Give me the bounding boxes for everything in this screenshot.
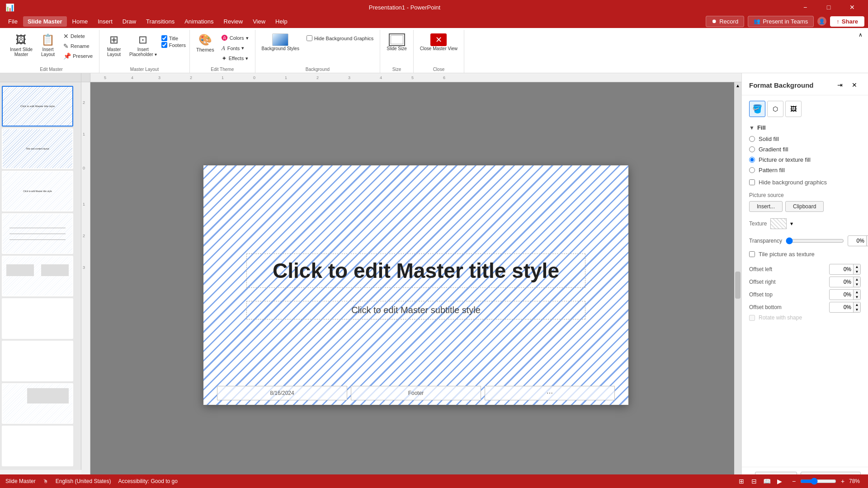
texture-row: Texture ▾ [749, 218, 861, 229]
transparency-slider[interactable] [786, 237, 844, 244]
title-placeholder[interactable]: Click to edit Master title style [246, 253, 585, 288]
slide-thumb-1[interactable]: Click to edit Master title style [2, 86, 73, 127]
gradient-fill-radio[interactable] [749, 146, 755, 152]
slide-thumb-8[interactable] [2, 383, 73, 424]
offset-left-spin-down[interactable]: ▼ [853, 269, 860, 274]
slide-thumb-2[interactable]: Title and content layout [2, 128, 73, 169]
offset-left-input[interactable]: 0% ▲ ▼ [829, 264, 861, 275]
insert-button[interactable]: Insert... [749, 201, 783, 212]
effects-fill-icon-btn[interactable]: 🖼 [785, 101, 802, 117]
scroll-thumb[interactable] [735, 272, 741, 299]
solid-fill-radio[interactable] [749, 136, 755, 142]
zoom-in-button[interactable]: + [838, 477, 847, 486]
transparency-spin-up[interactable]: ▲ [866, 236, 868, 241]
master-layout-button[interactable]: ⊞ MasterLayout [103, 32, 125, 59]
offset-right-spin-down[interactable]: ▼ [853, 282, 860, 287]
close-button[interactable]: ✕ [842, 0, 863, 14]
themes-button[interactable]: 🎨 Themes [193, 32, 217, 54]
background-styles-button[interactable]: Background Styles [259, 32, 302, 53]
picture-texture-fill-radio[interactable] [749, 157, 755, 163]
insert-placeholder-button[interactable]: ⊡ InsertPlaceholder ▾ [127, 32, 160, 59]
solid-fill-radio-item[interactable]: Solid fill [749, 136, 861, 142]
hide-bg-graphics-row[interactable]: Hide background graphics [749, 179, 861, 186]
delete-button[interactable]: ✕ Delete [61, 32, 95, 41]
offset-bottom-input[interactable]: 0% ▲ ▼ [829, 302, 861, 313]
zoom-slider[interactable] [800, 478, 836, 485]
slide-canvas[interactable]: Click to edit Master title style Click t… [203, 165, 628, 405]
menu-transitions[interactable]: Transitions [142, 16, 179, 27]
hide-bg-graphics-checkbox[interactable] [307, 35, 312, 41]
pattern-fill-radio[interactable] [749, 167, 755, 173]
present-in-teams-button[interactable]: 👥 Present in Teams [748, 16, 814, 27]
offset-right-input[interactable]: 0% ▲ ▼ [829, 277, 861, 287]
panel-restore-button[interactable]: ⇥ [834, 79, 846, 91]
normal-view-button[interactable]: ⊞ [736, 476, 747, 487]
title-checkbox-row[interactable]: Title [161, 35, 186, 41]
title-checkbox[interactable] [161, 35, 167, 41]
clipboard-button[interactable]: Clipboard [785, 201, 824, 212]
solid-fill-icon-btn[interactable]: 🪣 [749, 101, 765, 117]
texture-dropdown-icon[interactable]: ▾ [790, 221, 793, 227]
menu-draw[interactable]: Draw [118, 16, 141, 27]
pattern-fill-radio-item[interactable]: Pattern fill [749, 167, 861, 174]
record-button[interactable]: ⏺ Record [706, 16, 744, 27]
hide-bg-graphics-panel-checkbox[interactable] [749, 179, 755, 185]
menu-home[interactable]: Home [68, 16, 93, 27]
offset-top-spin-down[interactable]: ▼ [853, 295, 860, 300]
offset-top-input[interactable]: 0% ▲ ▼ [829, 289, 861, 300]
ribbon-expand-button[interactable]: ∧ [857, 30, 864, 73]
rotate-with-shape-label: Rotate with shape [759, 314, 802, 321]
effects-button[interactable]: ✦ Effects ▾ [219, 54, 251, 63]
slide-thumb-7[interactable] [2, 341, 73, 381]
user-avatar[interactable]: 👤 [817, 17, 826, 26]
offset-left-spin-up[interactable]: ▲ [853, 264, 860, 269]
menu-view[interactable]: View [248, 16, 270, 27]
menu-slide-master[interactable]: Slide Master [23, 16, 67, 27]
preserve-button[interactable]: 📌 Preserve [61, 52, 95, 61]
reading-view-button[interactable]: 📖 [761, 476, 772, 487]
slide-thumb-9[interactable] [2, 426, 73, 466]
fonts-button[interactable]: 𝐴 Fonts ▾ [219, 43, 251, 53]
tile-picture-row[interactable]: Tile picture as texture [749, 251, 861, 258]
scroll-up-icon[interactable]: ▲ [736, 83, 740, 88]
slide-thumb-6[interactable] [2, 298, 73, 339]
panel-close-button[interactable]: ✕ [848, 79, 861, 91]
transparency-spin-down[interactable]: ▼ [866, 241, 868, 246]
maximize-button[interactable]: □ [818, 0, 839, 14]
subtitle-placeholder[interactable]: Click to edit Master subtitle style [246, 301, 585, 319]
canvas-area[interactable]: Click to edit Master title style Click t… [90, 82, 741, 488]
insert-slide-master-button[interactable]: 🖼 Insert SlideMaster [7, 32, 35, 59]
gradient-fill-radio-item[interactable]: Gradient fill [749, 146, 861, 153]
slide-thumb-5[interactable] [2, 256, 73, 296]
offset-top-spin-up[interactable]: ▲ [853, 290, 860, 295]
slide-sorter-button[interactable]: ⊟ [749, 476, 760, 487]
slide-thumb-4[interactable] [2, 213, 73, 254]
slide-show-button[interactable]: ▶ [774, 476, 785, 487]
zoom-out-button[interactable]: − [789, 477, 798, 486]
fill-section-header[interactable]: ▼ Fill [749, 124, 861, 131]
colors-button[interactable]: 🅐 Colors ▾ [219, 33, 251, 42]
menu-animations[interactable]: Animations [180, 16, 218, 27]
offset-bottom-spin-down[interactable]: ▼ [853, 307, 860, 312]
menu-review[interactable]: Review [219, 16, 248, 27]
insert-layout-button[interactable]: 📋 InsertLayout [37, 32, 59, 59]
menu-insert[interactable]: Insert [93, 16, 117, 27]
footers-checkbox[interactable] [161, 42, 167, 48]
tile-picture-checkbox[interactable] [749, 251, 755, 257]
menu-help[interactable]: Help [271, 16, 292, 27]
close-master-view-button[interactable]: ✕ Close Master View [417, 32, 460, 53]
slide-thumb-3[interactable]: Click to edit Master title style [2, 171, 73, 211]
picture-texture-fill-radio-item[interactable]: Picture or texture fill [749, 156, 861, 163]
vertical-scrollbar[interactable]: ▲ ▼ [734, 82, 741, 488]
menu-file[interactable]: File [4, 16, 22, 27]
footers-checkbox-row[interactable]: Footers [161, 42, 186, 48]
offset-right-spin-up[interactable]: ▲ [853, 277, 860, 282]
offset-bottom-spin-up[interactable]: ▲ [853, 302, 860, 307]
line-fill-icon-btn[interactable]: ⬡ [767, 101, 783, 117]
slide-size-button[interactable]: Slide Size [384, 32, 409, 53]
minimize-button[interactable]: − [795, 0, 816, 14]
share-button[interactable]: ↑ Share [830, 16, 864, 27]
rename-button[interactable]: ✎ Rename [61, 42, 95, 51]
hide-bg-graphics-button[interactable]: Hide Background Graphics [304, 32, 376, 42]
texture-swatch[interactable] [770, 218, 787, 229]
